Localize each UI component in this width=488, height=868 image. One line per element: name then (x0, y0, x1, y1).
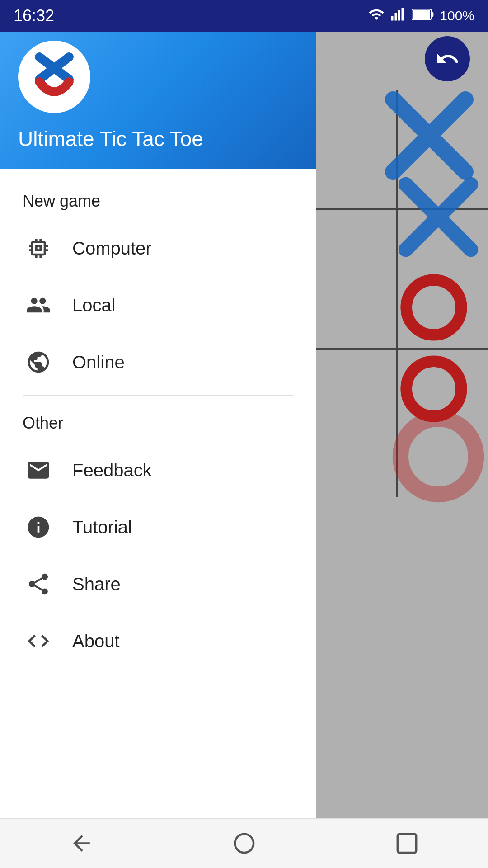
online-label: Online (72, 352, 125, 373)
battery-percentage: 100% (440, 8, 474, 24)
mail-icon (23, 454, 54, 486)
menu-item-tutorial[interactable]: Tutorial (0, 499, 316, 556)
bg-x-mark-1 (384, 90, 474, 181)
menu-item-about[interactable]: About (0, 613, 316, 670)
computer-label: Computer (72, 238, 152, 259)
share-label: Share (72, 574, 121, 594)
menu-item-computer[interactable]: Computer (0, 220, 316, 277)
drawer-menu: New game Computer Local (0, 169, 316, 868)
home-button[interactable] (226, 826, 262, 862)
app-title: Ultimate Tic Tac Toe (18, 127, 298, 151)
svg-rect-7 (391, 16, 394, 21)
share-icon (23, 568, 54, 600)
menu-item-local[interactable]: Local (0, 277, 316, 334)
back-button[interactable] (63, 826, 99, 862)
navigation-drawer: Ultimate Tic Tac Toe New game Computer L… (0, 0, 316, 868)
svg-rect-10 (402, 8, 404, 21)
feedback-label: Feedback (72, 460, 152, 481)
menu-item-feedback[interactable]: Feedback (0, 442, 316, 499)
signal-icon (390, 6, 406, 26)
globe-icon (23, 346, 54, 378)
svg-rect-9 (398, 10, 400, 21)
battery-icon (412, 6, 434, 26)
undo-button[interactable] (425, 36, 470, 81)
local-label: Local (72, 295, 116, 316)
bottom-navigation (0, 818, 488, 868)
status-bar: 16:32 100% (0, 0, 488, 32)
svg-rect-8 (395, 13, 397, 21)
svg-rect-12 (432, 12, 434, 17)
app-logo (18, 41, 90, 113)
menu-item-online[interactable]: Online (0, 334, 316, 391)
tutorial-label: Tutorial (72, 517, 132, 538)
other-section-label: Other (0, 400, 316, 442)
svg-point-16 (235, 834, 253, 853)
info-icon (23, 511, 54, 543)
bg-o-mark-3 (389, 407, 488, 506)
bg-o-mark-1 (398, 271, 470, 344)
code-icon (23, 625, 54, 657)
people-icon (23, 289, 54, 321)
grid-line (312, 348, 488, 350)
status-icons: 100% (368, 6, 474, 26)
about-label: About (72, 631, 120, 651)
wifi-icon (368, 6, 385, 26)
svg-rect-13 (413, 10, 430, 18)
svg-point-6 (400, 419, 476, 494)
menu-item-share[interactable]: Share (0, 556, 316, 613)
recents-button[interactable] (389, 826, 425, 862)
svg-rect-17 (397, 834, 416, 853)
svg-point-4 (406, 280, 461, 335)
bg-x-mark-2 (398, 176, 479, 258)
menu-divider (23, 395, 294, 396)
new-game-section-label: New game (0, 178, 316, 220)
status-time: 16:32 (14, 6, 54, 25)
cpu-icon (23, 232, 54, 264)
